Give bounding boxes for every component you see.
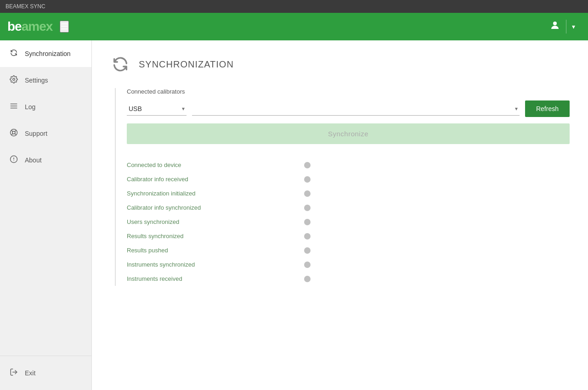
hamburger-button[interactable]: ☰ (60, 21, 69, 33)
sidebar-label-exit: Exit (25, 369, 35, 377)
status-label-calibrator-info-received: Calibrator info received (127, 176, 188, 183)
title-bar: BEAMEX SYNC (0, 0, 588, 13)
status-dot-results-pushed (304, 247, 311, 254)
svg-point-0 (553, 22, 557, 25)
sidebar-item-about[interactable]: About (0, 147, 91, 173)
sidebar-item-synchronization[interactable]: Synchronization (0, 40, 91, 67)
status-label-instruments-synchronized: Instruments synchronized (127, 261, 195, 268)
status-item-users-synchronized: Users synchronized (127, 215, 311, 229)
header-left: beamex ☰ (7, 19, 69, 34)
content-inner: SYNCHRONIZATION Connected calibrators US… (92, 40, 588, 390)
calibrator-row: USB Network ▾ ▾ Refresh (127, 100, 570, 117)
status-dot-connected-to-device (304, 162, 311, 168)
status-label-calibrator-info-synchronized: Calibrator info synchronized (127, 204, 201, 211)
status-label-results-pushed: Results pushed (127, 247, 168, 254)
svg-point-1 (13, 78, 15, 81)
status-label-users-synchronized: Users synchronized (127, 218, 179, 225)
status-dot-users-synchronized (304, 219, 311, 225)
sidebar-item-log[interactable]: Log (0, 94, 91, 120)
sidebar-label-support: Support (25, 130, 47, 137)
header-right: ▾ (544, 16, 581, 37)
logo-text: beamex (7, 19, 52, 34)
status-dot-sync-initialized (304, 190, 311, 197)
status-item-calibrator-info-synchronized: Calibrator info synchronized (127, 201, 311, 215)
synchronization-icon (111, 55, 130, 73)
sidebar-item-exit[interactable]: Exit (0, 360, 91, 386)
device-select-wrapper: ▾ (192, 102, 520, 116)
svg-line-9 (15, 130, 16, 132)
exit-icon (9, 368, 18, 378)
svg-line-7 (11, 130, 13, 132)
status-dot-results-synchronized (304, 233, 311, 240)
user-dropdown-button[interactable]: ▾ (566, 19, 581, 34)
svg-line-10 (11, 134, 13, 135)
sidebar-label-settings: Settings (25, 77, 48, 84)
page-title: SYNCHRONIZATION (139, 59, 234, 70)
connected-calibrators-label: Connected calibrators (127, 88, 570, 95)
logo-amex: amex (22, 19, 53, 33)
device-select[interactable] (192, 102, 520, 116)
user-icon-button[interactable] (544, 16, 566, 37)
sidebar-label-about: About (25, 156, 42, 164)
status-item-connected-to-device: Connected to device (127, 158, 311, 172)
status-label-sync-initialized: Synchronization initialized (127, 190, 196, 197)
page-icon (110, 54, 130, 74)
status-label-results-synchronized: Results synchronized (127, 233, 184, 240)
sidebar-nav: Synchronization Settings (0, 40, 91, 356)
logo-be: be (7, 19, 22, 33)
connection-type-select-wrapper: USB Network ▾ (127, 102, 187, 116)
sidebar-label-synchronization: Synchronization (25, 50, 71, 57)
sidebar-label-log: Log (25, 103, 35, 111)
status-item-calibrator-info-received: Calibrator info received (127, 172, 311, 186)
status-item-sync-initialized: Synchronization initialized (127, 186, 311, 201)
app-title: BEAMEX SYNC (6, 3, 45, 10)
status-item-results-pushed: Results pushed (127, 243, 311, 257)
status-item-instruments-received: Instruments received (127, 272, 311, 286)
status-list: Connected to device Calibrator info rece… (127, 158, 570, 286)
connection-type-select[interactable]: USB Network (127, 102, 187, 116)
main-layout: Synchronization Settings (0, 40, 588, 390)
support-icon (9, 128, 18, 139)
logo: beamex (7, 19, 52, 34)
status-label-instruments-received: Instruments received (127, 275, 182, 282)
status-label-connected-to-device: Connected to device (127, 162, 181, 168)
page-header: SYNCHRONIZATION (110, 54, 570, 74)
user-icon (549, 20, 560, 31)
settings-icon (9, 75, 18, 85)
synchronize-button[interactable]: Synchronize (127, 123, 570, 144)
status-dot-calibrator-info-synchronized (304, 205, 311, 211)
status-item-instruments-synchronized: Instruments synchronized (127, 257, 311, 272)
main-content: SYNCHRONIZATION Connected calibrators US… (92, 40, 588, 390)
status-dot-calibrator-info-received (304, 176, 311, 183)
refresh-button[interactable]: Refresh (525, 100, 570, 117)
svg-line-8 (15, 134, 16, 135)
status-dot-instruments-received (304, 276, 311, 282)
about-icon (9, 155, 18, 165)
sidebar: Synchronization Settings (0, 40, 92, 390)
status-dot-instruments-synchronized (304, 262, 311, 268)
log-icon (9, 102, 18, 112)
sidebar-item-settings[interactable]: Settings (0, 67, 91, 94)
sidebar-item-support[interactable]: Support (0, 120, 91, 147)
sync-icon (9, 49, 18, 59)
content-section: Connected calibrators USB Network ▾ (115, 88, 570, 286)
sidebar-bottom: Exit (0, 356, 91, 390)
status-item-results-synchronized: Results synchronized (127, 229, 311, 243)
app-header: beamex ☰ ▾ (0, 13, 588, 40)
